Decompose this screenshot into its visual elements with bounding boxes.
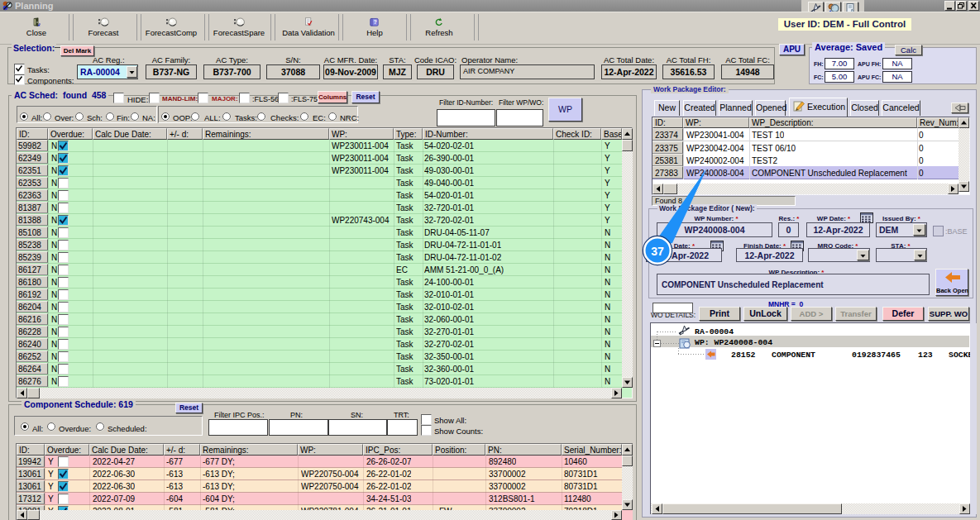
svg-text:?: ? xyxy=(374,19,377,25)
svg-text:37: 37 xyxy=(651,245,664,258)
